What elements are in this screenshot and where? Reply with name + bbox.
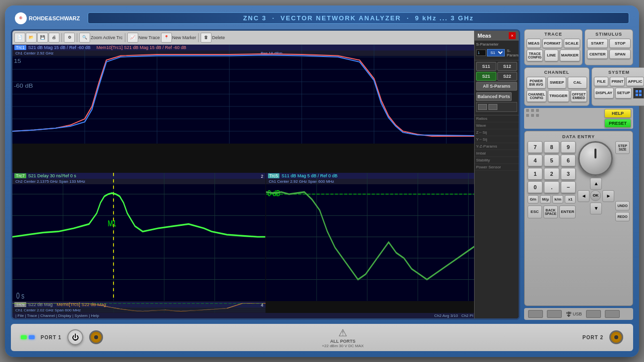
balanced-ports-button[interactable]: Balanced Ports — [476, 92, 512, 101]
trigger-button[interactable]: TRIGGER — [548, 90, 569, 102]
esc-button[interactable]: ESC — [528, 206, 542, 218]
port2-connector[interactable] — [609, 330, 623, 344]
num-4[interactable]: 4 — [528, 155, 542, 166]
unit-x1[interactable]: x1 — [565, 195, 576, 204]
step-size-button[interactable]: STEPSIZE — [615, 141, 630, 154]
sep2 — [77, 33, 77, 42]
menu-items[interactable]: | File | Trace | Channel | Display | Sys… — [15, 313, 99, 318]
s12-button[interactable]: S12 — [497, 62, 518, 71]
num-minus[interactable]: − — [561, 181, 576, 193]
s-param-input[interactable] — [476, 50, 486, 56]
s22-button[interactable]: S22 — [497, 72, 518, 81]
num-dot[interactable]: . — [544, 181, 559, 193]
new-marker-icon[interactable]: 📍 — [161, 33, 172, 43]
settings-icon[interactable]: ⚙ — [64, 33, 75, 43]
file-icons[interactable]: 📄 📂 💾 🖨 — [14, 33, 59, 43]
save-icon[interactable]: 💾 — [37, 33, 48, 43]
y-si-label[interactable]: Y←Sij — [475, 136, 519, 143]
num-1[interactable]: 1 — [528, 168, 542, 180]
ratios-label[interactable]: Ratios — [475, 115, 519, 122]
zoom-icon[interactable]: 🔍 — [79, 33, 90, 43]
num-0[interactable]: 0 — [528, 181, 542, 193]
power-button[interactable]: ⏻ — [67, 329, 83, 345]
z-si-label[interactable]: Z←Sij — [475, 129, 519, 136]
new-trace-icon[interactable]: 📈 — [127, 33, 138, 43]
enter-button[interactable]: ENTER — [559, 206, 576, 218]
unit-km[interactable]: k/m — [552, 195, 563, 204]
stability-label[interactable]: Stability — [475, 157, 519, 164]
new-file-icon[interactable]: 📄 — [14, 33, 25, 43]
wave-label[interactable]: Wave — [475, 122, 519, 129]
file-button[interactable]: FILE — [594, 77, 608, 86]
meas-panel[interactable]: Meas × S-Parameter S1 S-Params — [474, 31, 519, 318]
open-file-icon[interactable]: 📂 — [26, 33, 37, 43]
all-s-params-button[interactable]: All S-Params — [476, 82, 517, 91]
usb-port-4[interactable] — [605, 310, 620, 318]
channel-config-button[interactable]: CHANNEL CONFIG — [527, 90, 546, 102]
start-button[interactable]: START — [587, 39, 608, 48]
s-param-dropdown[interactable]: S1 — [487, 49, 505, 56]
meas-close-button[interactable]: × — [509, 32, 516, 39]
main-knob[interactable] — [578, 141, 613, 176]
center-button[interactable]: CENTER — [587, 50, 608, 59]
span-button[interactable]: SPAN — [609, 50, 631, 59]
nav-left[interactable]: ◄ — [578, 190, 590, 202]
print-icon[interactable]: 🖨 — [49, 33, 59, 43]
format-button[interactable]: FORMAT — [542, 39, 562, 48]
new-marker-group[interactable]: 📍 New Marker — [161, 33, 197, 43]
usb-port-3[interactable] — [586, 310, 601, 318]
applic-button[interactable]: APPLIC — [626, 77, 644, 86]
windows-icon[interactable] — [633, 88, 644, 99]
help-button[interactable]: HELP — [604, 109, 631, 118]
s21-button[interactable]: S21 — [476, 72, 496, 81]
screen-toolbar[interactable]: 📄 📂 💾 🖨 ⚙ 🔍 Zoom Active Trc 📈 New Trace — [12, 31, 519, 45]
line-button[interactable]: LINE — [544, 50, 558, 61]
undo-button[interactable]: UNDO — [615, 201, 630, 210]
bp-ctrl2[interactable] — [488, 104, 497, 110]
num-7[interactable]: 7 — [528, 141, 542, 153]
usb-port-2[interactable] — [547, 310, 562, 318]
unit-mu[interactable]: M/μ — [540, 195, 551, 204]
marker-button[interactable]: MARKER — [560, 50, 580, 61]
nav-down[interactable]: ▼ — [590, 203, 602, 214]
backspace-button[interactable]: BACK SPACE — [543, 206, 558, 218]
port1-connector[interactable] — [89, 330, 103, 344]
delete-icon[interactable]: 🗑 — [201, 33, 212, 43]
data-entry-section: DATA ENTRY 7 8 9 4 5 6 1 2 — [524, 131, 633, 306]
delete-group[interactable]: 🗑 Delete — [201, 33, 225, 43]
nav-up[interactable]: ▲ — [590, 178, 602, 190]
num-6[interactable]: 6 — [561, 155, 576, 166]
bp-ctrl1[interactable] — [478, 104, 487, 110]
s11-button[interactable]: S11 — [476, 62, 496, 71]
imbal-label[interactable]: Imbal — [475, 150, 519, 157]
nav-right[interactable]: ► — [602, 190, 614, 202]
print-button[interactable]: PRINT — [610, 77, 625, 86]
unit-gn[interactable]: G/n — [528, 195, 538, 204]
power-bw-avg-button[interactable]: POWER BW AVG — [527, 77, 546, 89]
preset-button[interactable]: PRESET — [604, 119, 631, 128]
redo-button[interactable]: REDO — [615, 212, 630, 221]
power-sensor-label[interactable]: Power Sensor — [475, 164, 519, 171]
zoom-group[interactable]: 🔍 Zoom Active Trc — [79, 33, 123, 43]
num-8[interactable]: 8 — [544, 141, 559, 153]
new-trace-group[interactable]: 📈 New Trace — [127, 33, 160, 43]
offset-embed-button[interactable]: OFFSET EMBED — [571, 90, 588, 102]
setup-button[interactable]: SETUP — [615, 88, 632, 99]
trace-config-button[interactable]: TRACE CONFIG — [527, 50, 543, 61]
meas-button[interactable]: MEAS — [527, 39, 541, 48]
svg-text:-60 dB: -60 dB — [14, 83, 33, 89]
num-2[interactable]: 2 — [544, 168, 559, 180]
scale-button[interactable]: SCALE — [564, 39, 580, 48]
s-params-side[interactable]: S-Params — [507, 49, 520, 57]
num-5[interactable]: 5 — [544, 155, 559, 166]
yz-params-label[interactable]: Y-Z-Params — [475, 143, 519, 150]
cal-button[interactable]: CAL — [568, 77, 587, 89]
stimulus-title: STIMULUS — [587, 32, 631, 37]
display-button[interactable]: DISPLAY — [594, 88, 614, 99]
num-3[interactable]: 3 — [561, 168, 576, 180]
nav-ok[interactable]: OK — [590, 190, 601, 201]
num-9[interactable]: 9 — [561, 141, 576, 153]
usb-port-1[interactable] — [528, 310, 543, 318]
stop-button[interactable]: STOP — [609, 39, 631, 48]
sweep-button[interactable]: SWEEP — [547, 77, 567, 89]
